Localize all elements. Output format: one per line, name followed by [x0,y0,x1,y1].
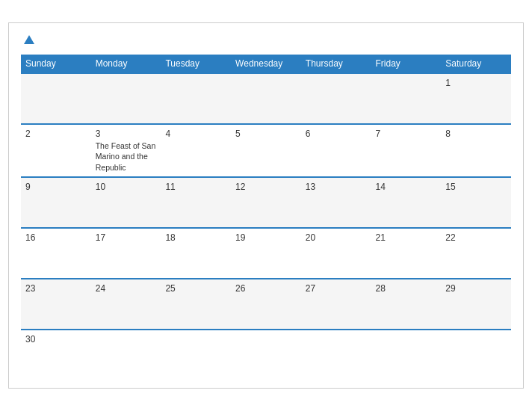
calendar-cell: 22 [441,228,511,279]
day-number: 14 [376,182,437,192]
day-number: 16 [25,232,87,243]
calendar-cell [161,330,231,380]
calendar-cell [371,330,442,380]
calendar-grid: SundayMondayTuesdayWednesdayThursdayFrid… [21,55,511,381]
day-number: 12 [235,182,297,192]
calendar-cell: 27 [301,279,371,330]
calendar-week-row: 23The Feast of San Marino and the Republ… [21,124,511,178]
logo [21,35,34,44]
day-number: 4 [165,129,226,139]
calendar-cell: 7 [371,124,442,178]
day-number: 25 [165,283,226,294]
day-number: 7 [376,129,437,139]
day-number: 27 [306,283,367,294]
day-number: 6 [306,129,367,139]
calendar-week-row: 30 [21,330,511,380]
calendar-cell: 23 [21,279,91,330]
weekday-header-friday: Friday [371,55,442,73]
day-number: 23 [25,283,87,294]
calendar-cell: 2 [21,124,91,178]
weekday-header-wednesday: Wednesday [231,55,301,73]
day-number: 2 [25,129,87,139]
calendar-cell: 12 [231,177,301,228]
calendar-week-row: 1 [21,73,511,124]
day-number: 10 [96,182,157,192]
calendar-cell [301,73,371,124]
weekday-header-thursday: Thursday [301,55,371,73]
calendar-cell: 5 [231,124,301,178]
calendar-cell: 17 [91,228,161,279]
calendar-cell: 21 [371,228,442,279]
calendar-cell: 6 [301,124,371,178]
day-number: 13 [306,182,367,192]
calendar-cell: 13 [301,177,371,228]
day-number: 1 [445,78,507,88]
day-number: 11 [165,182,226,192]
calendar-cell [231,330,301,380]
calendar-cell: 26 [231,279,301,330]
calendar-week-row: 9101112131415 [21,177,511,228]
weekday-header-row: SundayMondayTuesdayWednesdayThursdayFrid… [21,55,511,73]
day-number: 3 [96,129,157,139]
calendar-cell: 25 [161,279,231,330]
weekday-header-tuesday: Tuesday [161,55,231,73]
day-number: 18 [165,232,226,243]
weekday-header-sunday: Sunday [21,55,91,73]
calendar-cell [371,73,442,124]
calendar-cell: 8 [441,124,511,178]
day-number: 28 [376,283,437,294]
calendar-cell: 24 [91,279,161,330]
day-number: 30 [25,334,87,344]
calendar-cell: 20 [301,228,371,279]
calendar-cell: 10 [91,177,161,228]
calendar-cell: 3The Feast of San Marino and the Republi… [91,124,161,178]
day-number: 29 [445,283,507,294]
day-number: 21 [376,232,437,243]
day-number: 9 [25,182,87,192]
calendar-cell: 28 [371,279,442,330]
calendar-cell: 11 [161,177,231,228]
day-number: 24 [96,283,157,294]
calendar-cell [441,330,511,380]
weekday-header-monday: Monday [91,55,161,73]
calendar-cell: 1 [441,73,511,124]
calendar-body: 123The Feast of San Marino and the Repub… [21,73,511,381]
day-number: 5 [235,129,297,139]
calendar-cell: 19 [231,228,301,279]
calendar-cell: 18 [161,228,231,279]
calendar-cell: 15 [441,177,511,228]
calendar-week-row: 16171819202122 [21,228,511,279]
day-number: 22 [445,232,507,243]
calendar-cell: 16 [21,228,91,279]
calendar-cell: 29 [441,279,511,330]
weekday-header-saturday: Saturday [441,55,511,73]
day-number: 19 [235,232,297,243]
calendar-header [21,35,511,44]
logo-blue-text [21,35,34,44]
logo-triangle-icon [24,35,34,44]
calendar-cell [21,73,91,124]
calendar-cell [91,330,161,380]
calendar-cell [91,73,161,124]
day-number: 20 [306,232,367,243]
calendar-container: SundayMondayTuesdayWednesdayThursdayFrid… [8,22,524,389]
calendar-cell [161,73,231,124]
calendar-cell: 4 [161,124,231,178]
calendar-weekdays-header: SundayMondayTuesdayWednesdayThursdayFrid… [21,55,511,73]
day-number: 26 [235,283,297,294]
calendar-cell: 9 [21,177,91,228]
day-number: 17 [96,232,157,243]
day-number: 8 [445,129,507,139]
calendar-cell: 30 [21,330,91,380]
calendar-week-row: 23242526272829 [21,279,511,330]
event-text: The Feast of San Marino and the Republic [96,141,156,172]
calendar-cell [301,330,371,380]
calendar-cell: 14 [371,177,442,228]
day-number: 15 [445,182,507,192]
calendar-cell [231,73,301,124]
